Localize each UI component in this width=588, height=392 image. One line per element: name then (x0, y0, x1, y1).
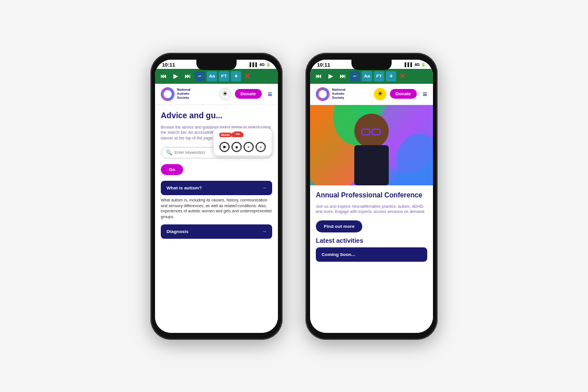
category-autism-desc-left: What autism is, including its causes, hi… (161, 197, 272, 220)
category-diagnosis-arrow-left: → (262, 229, 266, 234)
conference-title-right: Annual Professional Conference (316, 191, 427, 199)
acc-ft-right[interactable]: FT (374, 71, 384, 81)
recite-controls-left: ▶ ■ « » (219, 142, 266, 152)
time-right: 10:11 (317, 62, 330, 68)
acc-plus-left[interactable]: + (231, 71, 241, 81)
recite-stop-left[interactable]: ■ (231, 142, 242, 152)
nav-header-right: National Autistic Society ☀ Donate ≡ (310, 84, 433, 105)
acc-play-left[interactable]: ▶ (171, 71, 181, 81)
activity-btn-right[interactable]: Coming Soon... (316, 247, 427, 262)
category-diagnosis-title-left: Diagnosis (167, 229, 188, 234)
category-autism-left[interactable]: What is autism? → (161, 181, 272, 195)
logo-text-left: National Autistic Society (177, 88, 191, 100)
category-autism-title-left: What is autism? (167, 185, 202, 191)
recite-fwd-left[interactable]: » (256, 142, 266, 152)
donate-btn-left[interactable]: Donate (235, 89, 262, 99)
conference-desc-right: Join us and explore neuroaffirmative pra… (316, 204, 427, 215)
donate-btn-right[interactable]: Donate (390, 89, 417, 99)
acc-ft-left[interactable]: FT (219, 71, 229, 81)
page-heading-left: Advice and gu... (161, 111, 272, 120)
category-diagnosis-left[interactable]: Diagnosis → (161, 224, 272, 239)
hamburger-left[interactable]: ≡ (268, 90, 272, 99)
acc-close-right[interactable]: ✕ (399, 72, 405, 80)
content-left: Advice and gu... Browse the advice and g… (155, 105, 278, 333)
battery-left: 🔋 (266, 63, 271, 67)
acc-minus-left[interactable]: − (195, 71, 205, 81)
latest-title-right: Latest activities (316, 237, 427, 244)
acc-close-left[interactable]: ✕ (244, 72, 250, 80)
status-icons-right: ▌▌▌ 4G 🔋 (405, 63, 426, 67)
phone-left: 10:11 ▌▌▌ 4G 🔋 ⏮ ▶ ⏭ − Aa FT + ✕ (150, 53, 283, 340)
recite-badge-left: me (234, 131, 241, 136)
acc-rewind-right[interactable]: ⏮ (314, 71, 324, 81)
content-right: Annual Professional Conference Join us a… (310, 185, 433, 333)
phone-right: 10:11 ▌▌▌ 4G 🔋 ⏮ ▶ ⏭ − Aa FT + ✕ (305, 53, 438, 340)
nav-header-left: National Autistic Society ☀ Donate ≡ (155, 84, 278, 105)
sun-btn-left[interactable]: ☀ (219, 88, 231, 100)
scene: 10:11 ▌▌▌ 4G 🔋 ⏮ ▶ ⏭ − Aa FT + ✕ (139, 41, 449, 351)
logo-inner-left (164, 90, 172, 98)
logo-text-right: National Autistic Society (332, 88, 346, 100)
search-icon-left: 🔍 (166, 150, 172, 156)
logo-circle-right (316, 87, 330, 101)
logo-left: National Autistic Society (161, 87, 191, 101)
acc-minus-right[interactable]: − (350, 71, 360, 81)
acc-toolbar-left: ⏮ ▶ ⏭ − Aa FT + ✕ (155, 69, 278, 84)
phone-notch-left (196, 60, 237, 70)
signal-left: ▌▌▌ (250, 63, 258, 67)
recite-play-left[interactable]: ▶ (219, 142, 230, 152)
acc-play-right[interactable]: ▶ (326, 71, 336, 81)
category-autism-arrow-left: → (262, 185, 266, 191)
network-right: 4G (415, 63, 420, 67)
network-left: 4G (260, 63, 265, 67)
svg-rect-5 (354, 145, 389, 185)
acc-forward-right[interactable]: ⏭ (338, 71, 348, 81)
status-icons-left: ▌▌▌ 4G 🔋 (250, 63, 271, 67)
recite-logo-left: Recite me (219, 132, 266, 140)
acc-aa-right[interactable]: Aa (362, 71, 372, 81)
activity-label-right: Coming Soon... (322, 252, 355, 257)
logo-circle-left (161, 87, 175, 101)
logo-right: National Autistic Society (316, 87, 346, 101)
phone-screen-right: 10:11 ▌▌▌ 4G 🔋 ⏮ ▶ ⏭ − Aa FT + ✕ (310, 60, 433, 333)
acc-forward-left[interactable]: ⏭ (183, 71, 193, 81)
hamburger-right[interactable]: ≡ (423, 90, 427, 99)
acc-rewind-left[interactable]: ⏮ (158, 71, 169, 81)
sun-btn-right[interactable]: ☀ (374, 88, 386, 100)
time-left: 10:11 (162, 62, 175, 68)
recite-overlay-left: Recite me ▶ ■ « » (213, 128, 272, 157)
acc-toolbar-right: ⏮ ▶ ⏭ − Aa FT + ✕ (310, 69, 433, 84)
acc-plus-right[interactable]: + (386, 71, 396, 81)
recite-back-left[interactable]: « (243, 142, 254, 152)
hero-image-right (310, 105, 433, 185)
battery-right: 🔋 (421, 63, 426, 67)
logo-inner-right (319, 90, 327, 98)
phone-screen-left: 10:11 ▌▌▌ 4G 🔋 ⏮ ▶ ⏭ − Aa FT + ✕ (155, 60, 278, 333)
signal-right: ▌▌▌ (405, 63, 413, 67)
acc-aa-left[interactable]: Aa (207, 71, 217, 81)
hero-svg-right (310, 105, 433, 185)
phone-notch-right (351, 60, 392, 70)
go-btn-left[interactable]: Go (161, 164, 183, 175)
find-out-more-btn-right[interactable]: Find out more (316, 220, 362, 232)
